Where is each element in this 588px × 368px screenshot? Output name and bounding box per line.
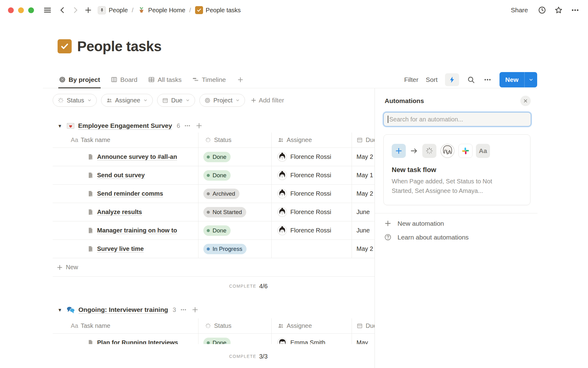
task-name-link[interactable]: Announce survey to #all-an: [97, 153, 177, 160]
column-header-status[interactable]: Status: [214, 322, 232, 329]
status-badge[interactable]: Archived: [203, 189, 239, 199]
share-button[interactable]: Share: [508, 5, 530, 15]
column-header-assignee[interactable]: Assignee: [287, 322, 312, 329]
more-options-icon[interactable]: [570, 5, 580, 15]
breadcrumb-item-people[interactable]: People: [96, 5, 129, 15]
amaya-avatar: [440, 144, 454, 158]
minimize-window-button[interactable]: [18, 7, 24, 13]
sort-button[interactable]: Sort: [426, 76, 438, 83]
table-row[interactable]: Manager training on how to Done Florence…: [53, 221, 375, 240]
filter-button[interactable]: Filter: [404, 76, 419, 83]
table-row[interactable]: Announce survey to #all-an Done Florence…: [53, 148, 375, 166]
group-title[interactable]: Ongoing: Interviewer training: [78, 306, 168, 313]
table-row[interactable]: Send reminder comms Archived Florence Ro…: [53, 185, 375, 203]
breadcrumb-item-people-tasks[interactable]: People tasks: [194, 5, 242, 15]
table-header-row: AaTask name Status Assignee Due: [53, 132, 375, 148]
assignee-name[interactable]: Florence Rossi: [290, 190, 331, 197]
table-row[interactable]: Analyze results Not Started Florence Ros…: [53, 203, 375, 221]
arrow-right-icon: [410, 147, 418, 155]
task-name-link[interactable]: Send reminder comms: [97, 190, 163, 197]
table-row[interactable]: Survey live time In Progress May 2: [53, 240, 375, 258]
page-title[interactable]: People tasks: [77, 38, 161, 55]
task-name-link[interactable]: Analyze results: [97, 209, 142, 216]
forward-button[interactable]: [70, 5, 81, 15]
status-spinner-icon: [58, 97, 64, 104]
new-task-dropdown-chevron-icon[interactable]: [524, 72, 537, 87]
assignee-name[interactable]: Florence Rossi: [290, 209, 331, 216]
assignee-name[interactable]: Florence Rossi: [290, 227, 331, 234]
history-clock-icon[interactable]: [537, 5, 547, 15]
task-name-link[interactable]: Manager training on how to: [97, 227, 177, 234]
tab-by-project[interactable]: By project: [59, 71, 100, 88]
filter-chip-project[interactable]: Project: [199, 94, 245, 107]
complete-value: 3/3: [259, 353, 268, 360]
due-date[interactable]: May 2: [356, 245, 373, 252]
group-calculation[interactable]: COMPLETE 4/6: [53, 277, 271, 296]
automation-search-input[interactable]: [383, 112, 531, 126]
breadcrumb-item-people-home[interactable]: People Home: [136, 5, 187, 15]
status-label: Done: [213, 154, 226, 160]
group-more-options-icon[interactable]: [179, 306, 187, 314]
status-label: Not Started: [213, 209, 242, 216]
column-header-assignee[interactable]: Assignee: [287, 136, 312, 144]
search-icon[interactable]: [466, 75, 476, 84]
filter-chip-due[interactable]: Due: [157, 94, 195, 107]
filter-chip-status[interactable]: Status: [53, 94, 97, 107]
maximize-window-button[interactable]: [28, 7, 34, 13]
collapse-triangle-icon[interactable]: ▼: [58, 123, 63, 128]
new-page-button[interactable]: [83, 5, 93, 15]
due-date[interactable]: May 2: [356, 153, 373, 160]
automation-description: When Page added, Set Status to Not Start…: [392, 177, 506, 196]
add-filter-button[interactable]: Add filter: [251, 97, 284, 104]
plus-icon: [392, 144, 406, 158]
task-name-link[interactable]: Survey live time: [97, 245, 144, 252]
speech-bubbles-emoji: [66, 306, 75, 314]
filter-chip-assignee[interactable]: Assignee: [101, 94, 153, 107]
group-add-row-icon[interactable]: [191, 305, 199, 314]
task-name-link[interactable]: Send out survey: [97, 172, 145, 179]
tab-timeline[interactable]: Timeline: [192, 71, 226, 88]
due-date[interactable]: June: [356, 227, 370, 234]
due-date[interactable]: May 2: [356, 190, 373, 197]
new-automation-button[interactable]: New automation: [384, 220, 444, 227]
new-task-button[interactable]: New: [499, 72, 524, 87]
due-date[interactable]: May 1: [356, 172, 373, 179]
tab-board[interactable]: Board: [111, 71, 138, 88]
collapse-triangle-icon[interactable]: ▼: [58, 307, 63, 312]
view-more-options-icon[interactable]: [483, 75, 492, 84]
status-badge[interactable]: Done: [203, 152, 231, 162]
automations-bolt-icon[interactable]: [445, 73, 459, 86]
status-badge[interactable]: Not Started: [203, 207, 246, 217]
column-header-task-name[interactable]: Task name: [81, 136, 110, 144]
back-button[interactable]: [57, 5, 68, 15]
sidebar-toggle-hamburger-icon[interactable]: [42, 5, 53, 16]
tab-all-tasks[interactable]: All tasks: [148, 71, 182, 88]
page-orange-checkbox-icon[interactable]: [58, 39, 72, 53]
close-window-button[interactable]: [8, 7, 14, 13]
add-view-icon[interactable]: [237, 76, 244, 83]
assignee-name[interactable]: Florence Rossi: [290, 153, 331, 160]
status-badge[interactable]: Done: [203, 225, 231, 236]
status-label: Done: [213, 227, 226, 234]
automation-card-new-task-flow[interactable]: Aa New task flow When Page added, Set St…: [383, 134, 530, 205]
breadcrumb-label: People tasks: [206, 7, 241, 14]
column-header-due[interactable]: Due: [366, 136, 375, 144]
column-header-status[interactable]: Status: [214, 136, 232, 144]
column-header-due[interactable]: Due: [366, 322, 375, 329]
table-row[interactable]: Send out survey Done Florence Rossi May …: [53, 166, 375, 185]
close-icon[interactable]: [520, 96, 531, 106]
favorite-star-icon[interactable]: [554, 5, 564, 15]
due-date[interactable]: June: [356, 209, 370, 216]
column-header-task-name[interactable]: Task name: [81, 322, 110, 329]
group-calculation[interactable]: COMPLETE 3/3: [53, 347, 271, 366]
assignee-name[interactable]: Florence Rossi: [290, 172, 331, 179]
plus-icon: [251, 97, 257, 103]
group-more-options-icon[interactable]: [183, 122, 191, 130]
status-badge[interactable]: In Progress: [203, 244, 247, 254]
new-row-button[interactable]: New: [53, 258, 375, 277]
group-add-row-icon[interactable]: [195, 121, 203, 130]
learn-about-automations-button[interactable]: Learn about automations: [384, 233, 469, 241]
people-icon: [106, 97, 112, 104]
group-title[interactable]: Employee Engagement Survey: [78, 122, 172, 129]
status-badge[interactable]: Done: [203, 170, 231, 181]
